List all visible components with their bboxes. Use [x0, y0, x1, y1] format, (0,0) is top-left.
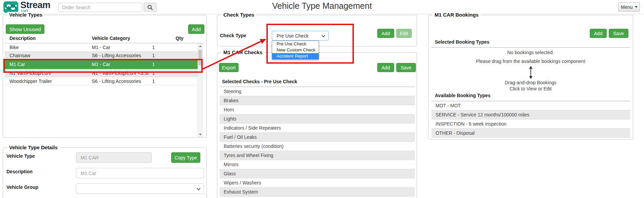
- table-row-m1-car-selected[interactable]: M1 Car M1 - Car 1: [5, 60, 198, 69]
- cell-description: M1 Car: [9, 62, 25, 67]
- add-booking-button[interactable]: Add: [590, 29, 607, 38]
- dropdown-option-accident-report[interactable]: Accident Report: [272, 53, 319, 59]
- table-row-bike[interactable]: Bike M1 - Car 1: [5, 43, 198, 51]
- save-checks-button[interactable]: Save: [396, 63, 416, 72]
- vehicle-type-label: Vehicle Type: [6, 153, 35, 159]
- check-type-dropdown-list: Pre Use Check New Custom Check Accident …: [272, 41, 319, 60]
- vehicle-type-management-page: Stream UAT Vehicle Type Management Menu …: [0, 0, 644, 198]
- cell-category: M1 - Car: [92, 45, 110, 50]
- divider: [431, 47, 630, 48]
- check-types-legend: Check Types: [221, 12, 256, 18]
- booking-item-mot[interactable]: MOT - MOT: [431, 101, 630, 110]
- vehicle-types-panel: Vehicle Types Show Unused Add Descriptio…: [3, 15, 207, 138]
- description-label: Description: [6, 169, 33, 174]
- cell-qty: 1: [152, 62, 155, 67]
- add-check-type-button[interactable]: Add: [377, 29, 394, 38]
- check-item[interactable]: Steering: [220, 87, 415, 96]
- check-item[interactable]: Indicators / Side Repeaters: [220, 124, 415, 133]
- cell-description: Bike: [9, 45, 19, 50]
- table-row-chainsaw[interactable]: Chainsaw S6 - Lifting Accessories 1: [5, 51, 198, 60]
- vehicle-type-details-legend: Vehicle Type Details: [7, 145, 60, 150]
- vehicle-types-table-header: Description Vehicle Category Qty: [5, 34, 204, 43]
- add-check-button[interactable]: Add: [377, 63, 394, 72]
- check-item[interactable]: Fuel / Oil Leaks: [220, 133, 415, 142]
- column-description: Description: [9, 36, 36, 41]
- check-item[interactable]: Wipers / Washers: [220, 178, 415, 188]
- table-row-woodchipper-trailer[interactable]: Woodchipper Trailer S6 - Lifting Accesso…: [5, 77, 198, 85]
- show-unused-button[interactable]: Show Unused: [6, 24, 44, 34]
- menu-button[interactable]: Menu: [618, 2, 640, 12]
- export-button[interactable]: Export: [219, 63, 239, 72]
- click-view-edit-hint-text: Click to View or Edit: [428, 86, 633, 91]
- top-bar: Stream UAT Vehicle Type Management Menu: [0, 0, 644, 14]
- available-bookings-list: MOT - MOT SERVICE - Service 12 months/10…: [431, 101, 630, 138]
- vehicle-types-scrollbar[interactable]: [198, 43, 203, 137]
- cell-description: N1 Van/Pickup/LGV: [9, 70, 51, 76]
- booking-item-other[interactable]: OTHER - Disposal: [431, 129, 630, 138]
- column-qty: Qty: [176, 36, 183, 41]
- menu-button-label: Menu: [621, 4, 632, 10]
- edit-check-type-button: Edit: [396, 29, 412, 38]
- no-bookings-text: No bookings selected.: [428, 50, 633, 55]
- cell-category: S6 - Lifting Accessories: [92, 53, 141, 58]
- cell-description: Woodchipper Trailer: [9, 79, 52, 84]
- chevron-down-icon: [197, 186, 201, 192]
- check-item[interactable]: Batteries security (condition): [220, 142, 415, 151]
- check-type-selected-value: Pre Use Check: [277, 33, 308, 39]
- description-field[interactable]: [76, 168, 204, 178]
- booking-item-inspection[interactable]: INSPECTION - 6 week inspection: [431, 119, 630, 129]
- check-item[interactable]: Mirrors: [220, 160, 415, 169]
- cell-category: M1 - Car: [92, 62, 110, 67]
- check-types-panel: Check Types Check Type Pre Use Check Pre…: [217, 15, 417, 46]
- search-icon: [147, 4, 153, 10]
- drag-instruction-text: Please drag from the available bookings …: [428, 59, 633, 64]
- vehicle-group-select[interactable]: [76, 183, 204, 194]
- vehicle-type-details-panel: Vehicle Type Details Vehicle Type Copy T…: [3, 148, 207, 198]
- dropdown-option-pre-use-check[interactable]: Pre Use Check: [272, 41, 319, 47]
- drag-drop-updown-arrow-icon: [528, 66, 533, 80]
- cell-category: S6 - Lifting Accessories: [92, 79, 141, 84]
- vehicle-group-label: Vehicle Group: [6, 184, 38, 190]
- check-item[interactable]: Tyres and Wheel Fixing: [220, 151, 415, 160]
- table-row-n1-van[interactable]: N1 Van/Pickup/LGV N1 - Van/Pickup/LGV <3…: [5, 69, 198, 77]
- dropdown-option-new-custom-check[interactable]: New Custom Check: [272, 47, 319, 53]
- wave-icon: [3, 1, 18, 13]
- check-type-label: Check Type: [220, 33, 246, 38]
- check-item[interactable]: Brakes: [220, 96, 415, 105]
- search-button[interactable]: [144, 3, 157, 12]
- add-vehicle-type-button[interactable]: Add: [188, 24, 204, 34]
- scrollbar-up-icon[interactable]: [198, 44, 202, 48]
- drag-drop-hint-text: Drag-and-drop Bookings: [428, 80, 633, 85]
- m1-car-bookings-panel: M1 CAR Bookings Add Save Selected Bookin…: [428, 15, 633, 139]
- m1-car-checks-legend: M1 CAR Checks: [221, 49, 264, 55]
- available-booking-types-header: Available Booking Types: [435, 93, 490, 98]
- booking-item-service[interactable]: SERVICE - Service 12 months/100000 miles: [431, 110, 630, 119]
- copy-type-button[interactable]: Copy Type: [171, 152, 200, 163]
- scrollbar-down-icon[interactable]: [198, 132, 202, 137]
- check-item[interactable]: Glass: [220, 169, 415, 178]
- vehicle-types-legend: Vehicle Types: [7, 12, 44, 18]
- cell-category: N1 - Van/Pickup/LGV <3.5t: [92, 70, 148, 76]
- page-title: Vehicle Type Management: [272, 1, 372, 11]
- check-type-select[interactable]: Pre Use Check: [272, 31, 329, 41]
- check-item[interactable]: Lights: [220, 114, 415, 124]
- check-item[interactable]: Horn: [220, 105, 415, 114]
- vehicle-type-field: [76, 152, 152, 163]
- chevron-down-icon: [321, 33, 325, 39]
- selected-booking-types-header: Selected Booking Types: [435, 39, 489, 45]
- cell-description: Chainsaw: [9, 53, 30, 58]
- m1-car-checks-panel: M1 CAR Checks Export Add Save Selected C…: [217, 52, 417, 198]
- scrollbar-thumb[interactable]: [198, 50, 202, 65]
- vehicle-types-table: Bike M1 - Car 1 Chainsaw S6 - Lifting Ac…: [5, 43, 198, 85]
- selected-checks-header: Selected Checks - Pre Use Check: [222, 79, 297, 84]
- check-item[interactable]: Exhaust System: [220, 188, 415, 197]
- save-bookings-button[interactable]: Save: [609, 29, 628, 38]
- cell-qty: 1: [152, 53, 155, 58]
- order-search-input[interactable]: [58, 3, 142, 12]
- cell-qty: 1: [152, 45, 155, 50]
- m1-car-bookings-legend: M1 CAR Bookings: [432, 12, 481, 18]
- cell-qty: 1: [152, 79, 155, 84]
- stream-logo-icon[interactable]: [3, 1, 18, 13]
- cell-qty: 1: [152, 70, 155, 76]
- column-vehicle-category: Vehicle Category: [92, 36, 130, 41]
